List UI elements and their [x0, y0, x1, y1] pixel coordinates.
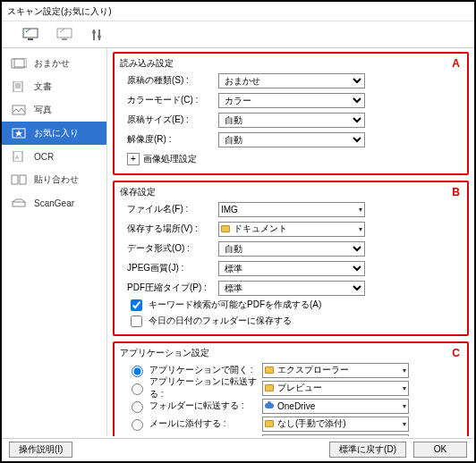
- chevron-down-icon: ▾: [403, 384, 406, 392]
- main-panel: A 読み込み設定 原稿の種類(S) : おまかせ カラーモード(C) : カラー…: [107, 48, 474, 436]
- data-format-select[interactable]: 自動: [218, 241, 365, 257]
- group-letter-b: B: [452, 186, 460, 198]
- sidebar-item-document[interactable]: 文書: [2, 75, 106, 98]
- tab-scan-from-pc[interactable]: [21, 21, 39, 48]
- svg-rect-21: [13, 202, 25, 206]
- chevron-down-icon: ▾: [403, 366, 406, 375]
- window: スキャン設定(お気に入り) おまかせ 文書 写真: [0, 0, 476, 463]
- open-with-app-radio[interactable]: [132, 366, 143, 377]
- color-mode-label: カラーモード(C) :: [120, 94, 218, 106]
- resolution-select[interactable]: 自動: [218, 132, 365, 147]
- attach-to-mail-combo[interactable]: なし(手動で添付) ▾: [262, 417, 409, 432]
- tab-scan-from-panel[interactable]: [55, 21, 73, 48]
- scan-settings-group: A 読み込み設定 原稿の種類(S) : おまかせ カラーモード(C) : カラー…: [113, 52, 469, 175]
- svg-rect-2: [57, 29, 72, 38]
- sidebar-item-omakase[interactable]: おまかせ: [2, 52, 106, 75]
- tab-general-settings[interactable]: [89, 21, 106, 48]
- filename-label: ファイル名(F) :: [120, 203, 218, 215]
- jpeg-quality-select[interactable]: 標準: [218, 261, 365, 276]
- document-icon: [11, 80, 27, 93]
- source-type-label: 原稿の種類(S) :: [120, 74, 218, 87]
- chevron-down-icon: ▾: [403, 420, 406, 428]
- date-folder-checkbox[interactable]: [131, 316, 142, 327]
- svg-rect-10: [13, 81, 22, 92]
- svg-rect-3: [62, 38, 67, 40]
- sidebar-item-favorite[interactable]: お気に入り: [2, 122, 106, 145]
- send-to-app-radio[interactable]: [132, 383, 143, 395]
- sidebar-item-label: 貼り合わせ: [34, 173, 79, 186]
- jpeg-quality-label: JPEG画質(J) :: [120, 262, 218, 274]
- send-to-folder-combo[interactable]: OneDrive ▾: [262, 399, 409, 414]
- defaults-button[interactable]: 標準に戻す(D): [329, 442, 406, 458]
- send-to-folder-radio[interactable]: [132, 401, 143, 413]
- photo-icon: [11, 104, 27, 116]
- sidebar-item-label: 文書: [34, 80, 52, 93]
- svg-point-6: [92, 30, 96, 34]
- date-folder-label: 今日の日付のフォルダーに保存する: [149, 315, 292, 327]
- sidebar-item-label: ScanGear: [34, 198, 74, 208]
- titlebar: スキャン設定(お気に入り): [2, 2, 474, 21]
- instructions-button[interactable]: 操作説明(I): [9, 442, 72, 458]
- svg-marker-16: [15, 130, 22, 137]
- save-settings-title: 保存設定: [120, 186, 462, 198]
- svg-text:A: A: [15, 155, 19, 160]
- folder-icon: [221, 225, 230, 232]
- save-location-combo[interactable]: ドキュメント ▾: [218, 222, 365, 237]
- scanner-icon: [11, 197, 27, 209]
- attach-to-mail-radio[interactable]: [132, 419, 143, 431]
- attach-to-mail-label: メールに添付する :: [149, 417, 259, 430]
- open-with-app-label: アプリケーションで開く :: [149, 364, 259, 376]
- chevron-down-icon: ▾: [359, 225, 362, 233]
- sidebar-item-scangear[interactable]: ScanGear: [2, 191, 106, 215]
- svg-rect-0: [23, 29, 38, 38]
- color-mode-select[interactable]: カラー: [218, 93, 365, 108]
- paper-size-label: 原稿サイズ(E) :: [120, 114, 218, 126]
- send-to-app-label: アプリケーションに転送する :: [149, 375, 259, 400]
- group-letter-c: C: [452, 347, 460, 359]
- svg-rect-1: [28, 38, 33, 40]
- folder-icon: [265, 384, 274, 391]
- pdf-compression-label: PDF圧縮タイプ(P) :: [120, 282, 218, 294]
- start-ocr-combo[interactable]: テキストで出力 ▾: [262, 434, 409, 437]
- filename-combo[interactable]: IMG ▾: [218, 202, 365, 217]
- application-settings-title: アプリケーション設定: [120, 347, 462, 359]
- resolution-label: 解像度(R) :: [120, 133, 218, 146]
- send-to-app-combo[interactable]: プレビュー ▾: [262, 381, 409, 396]
- sidebar-item-label: おまかせ: [34, 57, 70, 70]
- image-processing-label: 画像処理設定: [143, 153, 197, 165]
- group-letter-a: A: [452, 57, 460, 70]
- scan-settings-title: 読み込み設定: [120, 57, 462, 70]
- toolbar-tabs: [2, 21, 474, 48]
- cloud-icon: [265, 403, 274, 408]
- chevron-down-icon: ▾: [359, 206, 362, 214]
- auto-icon: [11, 57, 27, 70]
- searchable-pdf-checkbox[interactable]: [131, 299, 142, 311]
- sidebar-item-label: OCR: [34, 152, 54, 162]
- save-settings-group: B 保存設定 ファイル名(F) : IMG ▾ 保存する場所(V) : ドキュメ…: [113, 181, 469, 336]
- open-with-app-combo[interactable]: エクスプローラー ▾: [262, 363, 409, 378]
- sidebar-item-ocr[interactable]: A OCR: [2, 145, 106, 168]
- source-type-select[interactable]: おまかせ: [218, 73, 365, 88]
- window-title: スキャン設定(お気に入り): [7, 6, 112, 16]
- chevron-down-icon: ▾: [403, 402, 406, 410]
- searchable-pdf-label: キーワード検索が可能なPDFを作成する(A): [149, 299, 321, 311]
- pdf-compression-select[interactable]: 標準: [218, 281, 365, 296]
- save-location-label: 保存する場所(V) :: [120, 223, 218, 235]
- ocr-icon: A: [11, 150, 27, 163]
- svg-point-7: [98, 35, 101, 38]
- paper-size-select[interactable]: 自動: [218, 113, 365, 128]
- svg-rect-20: [20, 175, 26, 184]
- folder-icon: [265, 366, 274, 374]
- folder-icon: [265, 420, 274, 427]
- sidebar-item-photo[interactable]: 写真: [2, 98, 106, 122]
- sidebar-item-stitch[interactable]: 貼り合わせ: [2, 168, 106, 191]
- footer: 操作説明(I) 標準に戻す(D) OK: [2, 438, 474, 459]
- send-to-folder-label: フォルダーに転送する :: [149, 400, 259, 412]
- stitch-icon: [11, 173, 27, 186]
- ok-button[interactable]: OK: [413, 442, 467, 458]
- image-processing-expand-button[interactable]: +: [127, 153, 140, 165]
- sidebar: おまかせ 文書 写真 お気に入り A OCR 貼り合わせ: [2, 48, 107, 436]
- sidebar-item-label: 写真: [34, 104, 52, 116]
- application-settings-group: C アプリケーション設定 アプリケーションで開く : エクスプローラー ▾ アプ…: [113, 341, 469, 436]
- start-ocr-label: OCRを開始する :: [149, 435, 259, 436]
